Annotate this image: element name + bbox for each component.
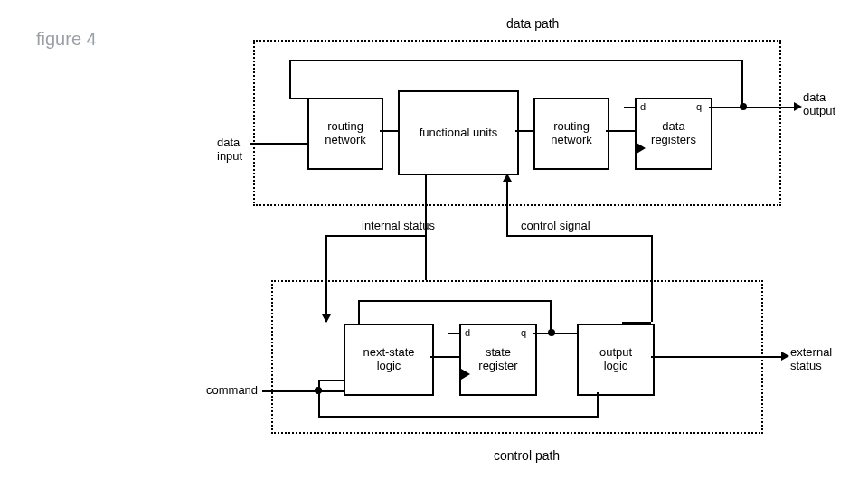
wire: [624, 107, 635, 108]
wire: [741, 60, 743, 107]
wire: [358, 300, 552, 302]
wire: [289, 60, 291, 98]
block-functional-units: functional units: [398, 90, 519, 175]
wire: [448, 333, 459, 334]
wire: [597, 392, 599, 418]
label-data-output: data output: [803, 90, 835, 117]
wire: [358, 300, 360, 324]
controlpath-title: control path: [494, 448, 560, 463]
label-internal-status: internal status: [362, 219, 435, 232]
wire-external-status: [651, 356, 781, 358]
port-q-data-reg: q: [696, 101, 702, 112]
block-output-logic: output logic: [577, 324, 655, 396]
wire: [318, 380, 344, 381]
label-command: command: [206, 383, 258, 397]
wire: [515, 130, 533, 132]
wire-internal-status: [425, 174, 427, 280]
wire: [318, 416, 599, 418]
wire: [506, 235, 651, 237]
wire-data-input: [250, 143, 307, 145]
wire: [533, 333, 577, 334]
datapath-title: data path: [506, 16, 559, 31]
block-routing-network-out: routing network: [533, 98, 609, 170]
wire-data-output: [709, 107, 794, 108]
clk-icon: [637, 143, 646, 154]
wire: [326, 235, 425, 237]
figure-caption: figure 4: [36, 29, 97, 50]
wire: [318, 390, 320, 416]
arrow-right-icon: [781, 352, 789, 361]
wire: [289, 60, 743, 61]
wire-control-signal: [506, 181, 508, 235]
label-data-input: data input: [217, 136, 242, 163]
block-next-state-logic: next-state logic: [344, 324, 434, 396]
diagram-stage: { "figure_caption": "figure 4", "datapat…: [0, 0, 868, 488]
label-external-status: external status: [790, 345, 832, 372]
wire: [380, 130, 398, 132]
wire: [606, 130, 635, 132]
wire: [550, 300, 552, 333]
port-d-data-reg: d: [640, 101, 646, 112]
wire: [289, 98, 307, 99]
port-d-state-reg: d: [465, 327, 470, 338]
port-q-state-reg: q: [521, 327, 526, 338]
arrow-right-icon: [794, 102, 802, 111]
arrow-up-icon: [503, 174, 512, 182]
clk-icon: [461, 369, 470, 380]
wire-command: [262, 390, 345, 392]
label-control-signal: control signal: [521, 219, 590, 232]
block-routing-network-in: routing network: [307, 98, 383, 170]
wire: [430, 356, 459, 358]
